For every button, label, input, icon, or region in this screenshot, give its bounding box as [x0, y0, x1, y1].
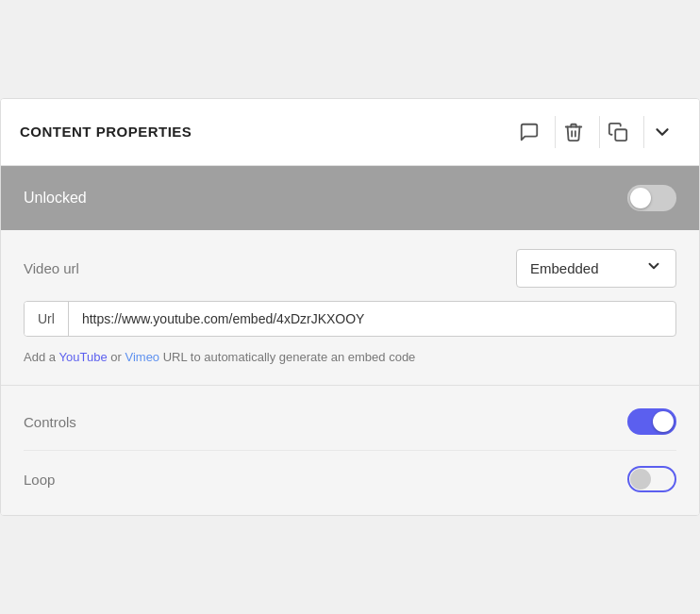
chevron-down-icon	[652, 122, 673, 142]
controls-label: Controls	[24, 414, 76, 430]
unlocked-toggle[interactable]	[627, 185, 676, 211]
url-input[interactable]: https://www.youtube.com/embed/4xDzrJKXOO…	[69, 302, 675, 336]
hint-before: Add a	[24, 350, 59, 364]
content-properties-panel: CONTENT PROPERTIES	[0, 98, 700, 517]
svg-rect-0	[615, 129, 626, 141]
loop-row: Loop	[24, 451, 676, 507]
panel-title: CONTENT PROPERTIES	[20, 124, 192, 140]
embedded-dropdown[interactable]: Embedded	[516, 249, 676, 288]
unlocked-toggle-thumb	[630, 188, 651, 208]
hint-after: URL to automatically generate an embed c…	[159, 350, 415, 364]
url-input-row: Url https://www.youtube.com/embed/4xDzrJ…	[24, 301, 676, 337]
comment-button[interactable]	[511, 116, 547, 148]
controls-row: Controls	[24, 393, 676, 451]
video-url-label: Video url	[24, 260, 79, 276]
hint-middle: or	[108, 350, 125, 364]
hint-text: Add a YouTube or Vimeo URL to automatica…	[24, 348, 676, 367]
youtube-link[interactable]: YouTube	[59, 350, 108, 364]
copy-icon	[608, 122, 628, 142]
video-url-section: Video url Embedded Url https://www.youtu…	[1, 230, 699, 387]
collapse-button[interactable]	[643, 116, 680, 148]
comment-icon	[519, 122, 540, 142]
dropdown-value: Embedded	[530, 260, 599, 276]
vimeo-link[interactable]: Vimeo	[125, 350, 159, 364]
loop-toggle[interactable]	[627, 466, 676, 492]
url-prefix-label: Url	[25, 302, 69, 336]
unlocked-row: Unlocked	[1, 166, 699, 230]
dropdown-chevron-icon	[645, 257, 662, 279]
controls-toggle[interactable]	[627, 408, 676, 435]
trash-icon	[563, 122, 584, 142]
unlocked-label: Unlocked	[24, 190, 87, 207]
header-actions	[511, 116, 680, 148]
header: CONTENT PROPERTIES	[1, 99, 699, 166]
video-url-row: Video url Embedded	[24, 249, 676, 288]
controls-loop-section: Controls Loop	[1, 386, 699, 515]
content-area: Video url Embedded Url https://www.youtu…	[1, 230, 699, 516]
duplicate-button[interactable]	[599, 116, 636, 148]
trash-button[interactable]	[555, 116, 592, 148]
loop-label: Loop	[24, 472, 55, 488]
